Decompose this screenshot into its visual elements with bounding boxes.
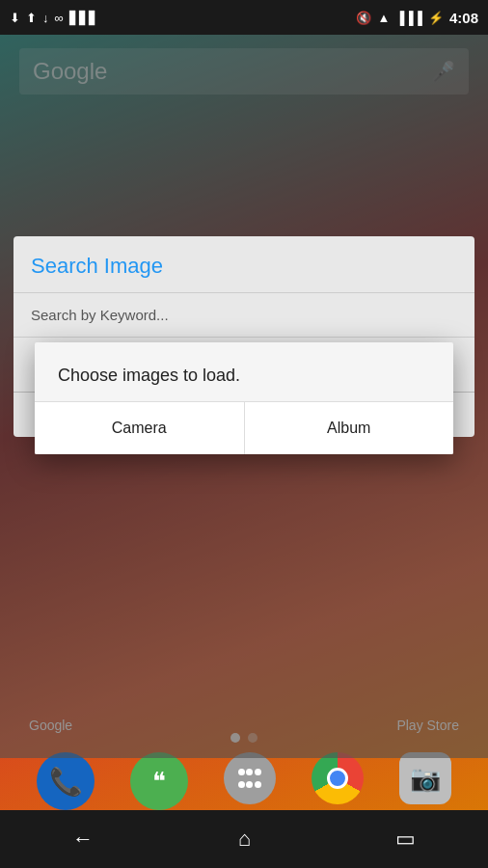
nav-bar: ← ⌂ ▭	[0, 810, 488, 868]
choose-images-dialog: Choose images to load. Camera Album	[35, 342, 453, 454]
status-icons-right: 🔇 ▲ ▐▐▐ ⚡ 4:08	[356, 10, 478, 26]
download2-icon: ↓	[42, 11, 49, 25]
launcher-dot	[238, 781, 245, 788]
bars-icon: ▋▋▋	[69, 11, 98, 25]
mute-icon: 🔇	[356, 11, 371, 25]
chrome-icon[interactable]	[312, 752, 364, 804]
wifi-icon: ▲	[377, 11, 390, 25]
dialog-buttons: Camera Album	[35, 402, 453, 454]
album-button[interactable]: Album	[245, 402, 454, 454]
phone-icon[interactable]: 📞	[37, 752, 95, 810]
battery-icon: ⚡	[428, 11, 444, 25]
camera-button[interactable]: Camera	[35, 402, 245, 454]
launcher-dot	[255, 781, 261, 788]
dialog-title: Choose images to load.	[35, 342, 453, 402]
back-button[interactable]: ←	[72, 827, 94, 852]
home-button[interactable]: ⌂	[238, 827, 251, 852]
status-bar: ⬇ ⬆ ↓ ∞ ▋▋▋ 🔇 ▲ ▐▐▐ ⚡ 4:08	[0, 0, 488, 35]
clock: 4:08	[449, 10, 478, 26]
launcher-dot	[246, 769, 253, 775]
panel-input-row: Search by Keyword...	[14, 293, 474, 338]
camera-icon[interactable]: 📷	[399, 752, 451, 804]
phone-symbol: 📞	[49, 766, 83, 798]
camera-symbol: 📷	[410, 764, 441, 794]
panel-title: Search Image	[14, 236, 474, 293]
chrome-inner	[327, 768, 348, 789]
recents-button[interactable]: ▭	[395, 827, 416, 852]
upload-icon: ⬆	[26, 11, 37, 25]
panel-input-label: Search by Keyword...	[31, 307, 169, 323]
status-icons-left: ⬇ ⬆ ↓ ∞ ▋▋▋	[10, 11, 98, 25]
launcher-dot	[246, 781, 253, 788]
hangouts-icon[interactable]: ❝	[130, 752, 188, 810]
launcher-dot	[238, 769, 245, 775]
download-icon: ⬇	[10, 11, 20, 25]
signal-icon: ▐▐▐	[395, 11, 422, 25]
loop-icon: ∞	[55, 11, 64, 25]
launcher-dot	[255, 769, 261, 775]
launcher-icon[interactable]	[224, 752, 276, 804]
dock-icons: 📞 ❝ 📷	[0, 752, 488, 810]
hangouts-symbol: ❝	[152, 767, 166, 797]
